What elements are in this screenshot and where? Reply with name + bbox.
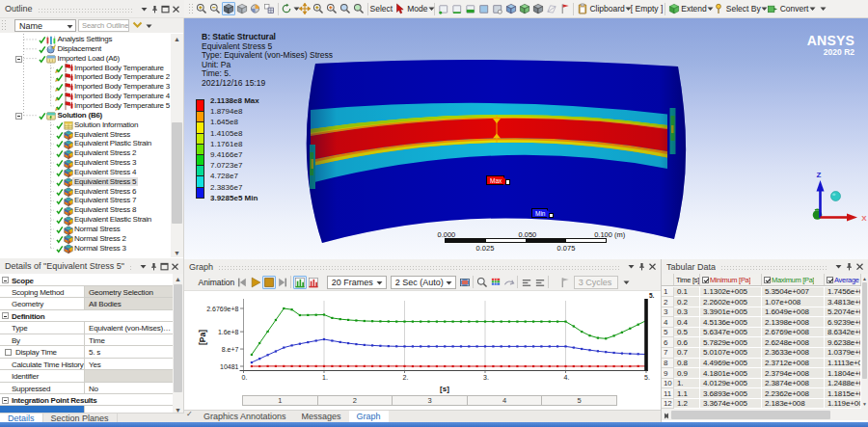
- extend-icon[interactable]: [667, 2, 681, 15]
- tabular-hscrollbar[interactable]: [662, 409, 868, 420]
- scroll-up-icon[interactable]: ▲: [173, 274, 183, 283]
- duration-select[interactable]: 2 Sec (Auto): [391, 276, 456, 289]
- tabular-row[interactable]: 111.13.6893e+0052.2362e+0081.1815e+008: [662, 388, 861, 399]
- dropdown-caret-icon[interactable]: [809, 7, 814, 13]
- pin-icon[interactable]: [637, 261, 647, 272]
- zoom-out-icon[interactable]: [208, 2, 222, 15]
- details-row-value[interactable]: Time: [85, 334, 174, 345]
- close-icon[interactable]: [854, 261, 865, 272]
- tabular-row[interactable]: 70.75.0107e+0052.3633e+0081.0379e+008: [662, 348, 861, 359]
- segment-cell[interactable]: 5: [542, 396, 616, 405]
- tabular-column-header[interactable]: Maximum [Pa]: [762, 274, 825, 286]
- scrollbar-thumb[interactable]: [862, 282, 867, 379]
- details-row[interactable]: Definition: [0, 310, 174, 322]
- filter-drag-handle[interactable]: [1, 19, 6, 32]
- tab-graphics-annotations[interactable]: Graphics Annotations: [196, 411, 294, 422]
- zoom-graph-icon[interactable]: [475, 276, 489, 289]
- time-decay-chart-icon[interactable]: [307, 276, 320, 289]
- scrollbar-thumb[interactable]: [172, 122, 182, 224]
- tabular-column-header[interactable]: Average [Pa]: [825, 274, 861, 286]
- search-expand-icon[interactable]: [132, 21, 143, 31]
- scrollbar-thumb[interactable]: [174, 284, 182, 392]
- zoom-in-icon[interactable]: [312, 2, 325, 15]
- viewports-icon[interactable]: [262, 2, 276, 15]
- triad-axes[interactable]: Z X: [792, 168, 868, 240]
- display-time-checkbox[interactable]: [5, 349, 12, 356]
- tabular-row[interactable]: 30.33.3901e+0051.6049e+0085.2074e+007: [662, 307, 861, 318]
- window-menu-icon[interactable]: [833, 261, 844, 272]
- tab-messages[interactable]: Messages: [294, 411, 349, 422]
- section-collapse-icon[interactable]: [2, 277, 9, 283]
- dropdown-caret-icon[interactable]: [428, 7, 433, 13]
- select-filter-icon-4[interactable]: [491, 2, 504, 15]
- name-filter-select[interactable]: Name: [14, 19, 76, 32]
- segment-cell[interactable]: 4: [468, 396, 543, 405]
- clipboard-icon[interactable]: [576, 2, 589, 15]
- pin-icon[interactable]: [844, 261, 854, 272]
- select-filter-icon-0[interactable]: [437, 2, 450, 15]
- extend-selection-icon[interactable]: [504, 2, 518, 15]
- close-icon[interactable]: [170, 261, 180, 272]
- cycles-select[interactable]: 3 Cycles: [574, 276, 618, 289]
- details-row-value[interactable]: Equivalent (von-Mises) Stress: [85, 322, 174, 333]
- tab-graph[interactable]: Graph: [349, 411, 389, 422]
- zoom-window-icon[interactable]: [339, 2, 352, 15]
- play-icon[interactable]: [249, 276, 262, 289]
- scrollbar-thumb[interactable]: [671, 411, 830, 419]
- tree-expander-icon[interactable]: [15, 113, 22, 120]
- iso-view-icon[interactable]: [222, 2, 235, 15]
- details-row-value[interactable]: Geometry Selection: [85, 286, 174, 297]
- tabular-row[interactable]: 60.65.7829e+0052.6248e+0089.6238e+007: [662, 337, 861, 348]
- segment-cell[interactable]: 2: [318, 396, 393, 405]
- column-checkbox[interactable]: [764, 277, 771, 283]
- tab-section-planes[interactable]: Section Planes: [43, 414, 118, 422]
- details-row-value[interactable]: Yes: [85, 359, 174, 369]
- select-filter-icon-3[interactable]: [477, 2, 491, 15]
- filter-more-icon[interactable]: [146, 23, 150, 29]
- probe-icon[interactable]: [502, 276, 516, 289]
- details-row[interactable]: Identifier: [0, 370, 174, 382]
- section-collapse-icon[interactable]: [2, 312, 9, 319]
- tabular-row[interactable]: 101.4.0129e+0052.3874e+0081.2488e+008: [662, 379, 861, 389]
- zoom-fit-icon[interactable]: [325, 2, 339, 15]
- toolbar-overflow-icon[interactable]: [820, 7, 825, 13]
- details-row-value[interactable]: All Bodies: [85, 298, 174, 308]
- pin-icon[interactable]: [149, 261, 159, 272]
- tabular-row[interactable]: 10.11.1302e+0055.3504e+0071.7456e+007: [662, 287, 861, 298]
- segment-cell[interactable]: 3: [393, 396, 468, 405]
- scale-min-icon[interactable]: [520, 276, 533, 289]
- column-checkbox[interactable]: [702, 277, 709, 283]
- maximize-icon[interactable]: [160, 4, 171, 14]
- rotate-icon[interactable]: [280, 2, 293, 15]
- tab-details[interactable]: Details: [0, 414, 43, 422]
- tabular-column-header[interactable]: Time [s]: [674, 274, 700, 286]
- tabular-row[interactable]: 40.44.5136e+0052.1398e+0086.9239e+007: [662, 317, 861, 328]
- cycles-flag-icon[interactable]: [558, 276, 572, 289]
- tree-expander-icon[interactable]: [15, 56, 22, 63]
- details-scrollbar[interactable]: ▲▼: [173, 274, 183, 414]
- dropdown-caret-icon[interactable]: [761, 7, 766, 13]
- details-row[interactable]: ByTime: [0, 334, 174, 346]
- tabular-row[interactable]: 121.23.3674e+0052.183e+0081.119e+008: [662, 399, 861, 409]
- details-row-value[interactable]: No: [85, 383, 174, 393]
- details-row-value[interactable]: [85, 370, 174, 381]
- body-selection-icon[interactable]: [531, 2, 545, 15]
- tabular-row[interactable]: 90.94.1801e+0052.3794e+0081.1804e+008: [662, 368, 861, 379]
- tree-scrollbar[interactable]: ▲▼: [171, 34, 183, 257]
- zoom-magnify-icon[interactable]: [352, 2, 366, 15]
- scroll-right-icon[interactable]: [662, 411, 671, 420]
- details-row[interactable]: Scoping MethodGeometry Selection: [0, 286, 174, 298]
- shaded-cube-icon[interactable]: [235, 2, 249, 15]
- convert-icon[interactable]: [766, 2, 779, 15]
- window-menu-icon[interactable]: [138, 261, 149, 272]
- tabular-row[interactable]: 50.55.6347e+0052.6769e+0088.6342e+007: [662, 328, 861, 338]
- skip-to-end-icon[interactable]: [276, 276, 289, 289]
- details-row[interactable]: GeometryAll Bodies: [0, 298, 174, 309]
- max-probe-flag[interactable]: Max: [486, 175, 504, 185]
- dropdown-caret-icon[interactable]: [625, 7, 630, 13]
- details-row[interactable]: TypeEquivalent (von-Mises) Stress: [0, 322, 174, 334]
- annotation-flag-icon[interactable]: [558, 2, 572, 15]
- select-filter-icon-1[interactable]: [450, 2, 464, 15]
- wireframe-icon[interactable]: [545, 2, 558, 15]
- time-history-chart[interactable]: 104818.e+71.6e+82.6769e+80.1.2.3.4.5.[s]…: [184, 291, 661, 395]
